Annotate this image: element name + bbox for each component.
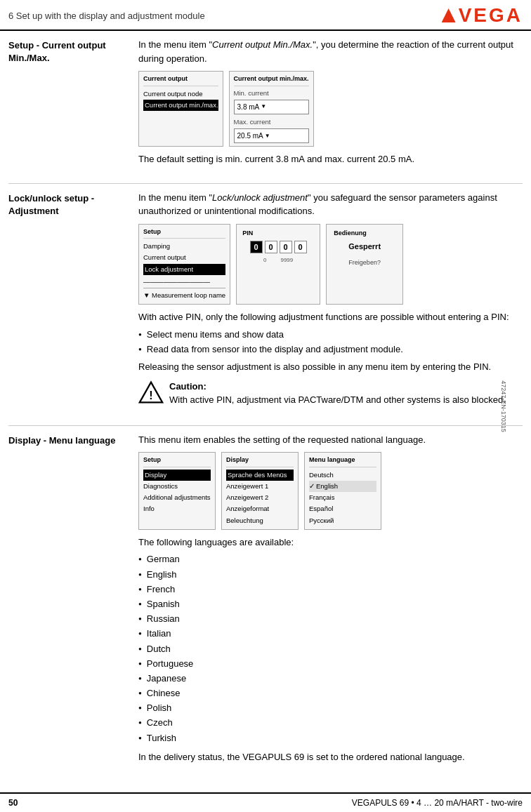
- current-diagrams: Current output Current output node Curre…: [138, 71, 523, 147]
- lang-d2-az1: Anzeigewert 1: [226, 481, 294, 492]
- lang-czech: Czech: [138, 717, 523, 729]
- current-default: The default setting is min. current 3.8 …: [138, 152, 523, 166]
- lang-d2-sprache: Sprache des Menüs: [226, 470, 294, 481]
- section-content-lang: This menu item enables the setting of th…: [138, 433, 523, 768]
- max-dropdown-arrow: ▼: [265, 132, 270, 140]
- lang-d1-display: Display: [143, 470, 211, 481]
- pin-digit-2: 0: [265, 241, 277, 253]
- section-lock-unlock: Lock/unlock setup - Adjustment In the me…: [8, 191, 523, 413]
- diag1-item2-selected: Current output min./max.: [143, 100, 218, 111]
- section-menu-language: Display - Menu language This menu item e…: [8, 433, 523, 768]
- lang-chinese: Chinese: [138, 687, 523, 700]
- min-label: Min. current: [234, 88, 309, 98]
- lang-diag1-title: Setup: [143, 455, 211, 467]
- lang-d3-deutsch: Deutsch: [309, 470, 376, 481]
- max-value: 20.5 mA: [237, 131, 263, 141]
- lock-d1-divider: ——————————: [143, 277, 225, 288]
- lang-diag1: Setup Display Diagnostics Additional adj…: [138, 452, 216, 530]
- vega-logo-text: VEGA: [459, 4, 523, 27]
- lock-d1-item3: Lock adjustment: [143, 264, 225, 275]
- lang-italian: Italian: [138, 627, 523, 640]
- pin-display: 0 0 0 0: [242, 241, 314, 253]
- pin-digit-4: 0: [294, 241, 307, 253]
- caution-title: Caution:: [169, 381, 206, 392]
- page-wrapper: 6 Set up with the display and adjustment…: [0, 0, 531, 812]
- section-label-current: Setup - Current output Min./Max.: [8, 38, 138, 65]
- lock-d1-item2: Current output: [143, 252, 225, 263]
- section-content-current: In the menu item "Current output Min./Ma…: [138, 38, 523, 171]
- caution-icon: !: [138, 380, 164, 405]
- lang-dutch: Dutch: [138, 643, 523, 655]
- footer-product: VEGAPULS 69 • 4 … 20 mA/HART - two-wire: [352, 798, 523, 808]
- lang-japanese: Japanese: [138, 672, 523, 685]
- lang-german: German: [138, 553, 523, 566]
- section-content-lock: In the menu item "Lock/unlock adjustment…: [138, 191, 523, 413]
- section-current-output: Setup - Current output Min./Max. In the …: [8, 38, 523, 171]
- lang-turkish: Turkish: [138, 732, 523, 745]
- lang-diag3-title: Menu language: [309, 455, 376, 467]
- current-diag1-title: Current output: [143, 74, 218, 86]
- caution-body: With active PIN, adjustment via PACTware…: [169, 394, 506, 405]
- lock-diag2: PIN 0 0 0 0 0 9999: [236, 224, 320, 305]
- lang-delivery-note: In the delivery status, the VEGAPULS 69 …: [138, 750, 523, 764]
- lang-d3-english: English: [309, 481, 376, 492]
- lang-spanish: Spanish: [138, 598, 523, 611]
- caution-text: Caution: With active PIN, adjustment via…: [169, 380, 506, 407]
- vega-logo: VEGA: [442, 4, 523, 27]
- current-diag2-title: Current output min./max.: [234, 74, 309, 86]
- page-footer: 50 VEGAPULS 69 • 4 … 20 mA/HART - two-wi…: [0, 792, 531, 812]
- lang-d3-francais: Français: [309, 492, 376, 503]
- lang-d3-russian: Русский: [309, 515, 376, 526]
- lock-note1: With active PIN, only the following adju…: [138, 310, 523, 324]
- max-label: Max. current: [234, 117, 309, 127]
- lang-intro: This menu item enables the setting of th…: [138, 433, 523, 447]
- lang-d1-add: Additional adjustments: [143, 492, 211, 503]
- gesperrt-status: Gesperrt: [334, 241, 395, 253]
- current-intro: In the menu item "Current output Min./Ma…: [138, 38, 523, 65]
- current-diag1: Current output Current output node Curre…: [138, 71, 223, 147]
- pin-digit-1: 0: [250, 241, 263, 253]
- lang-english: English: [138, 568, 523, 581]
- content: Setup - Current output Min./Max. In the …: [0, 38, 531, 768]
- language-list: German English French Spanish Russian It…: [138, 553, 523, 744]
- lock-bullets: Select menu items and show data Read dat…: [138, 328, 523, 356]
- pin-digit-3: 0: [280, 241, 292, 253]
- lock-intro: In the menu item "Lock/unlock adjustment…: [138, 191, 523, 218]
- lang-diag2: Display Sprache des Menüs Anzeigewert 1 …: [221, 452, 299, 530]
- gesperrt-sub: Freigeben?: [334, 258, 395, 268]
- diag1-item1: Current output node: [143, 88, 218, 100]
- lock-diagrams: Setup Damping Current output Lock adjust…: [138, 224, 523, 305]
- lock-note2: Releasing the sensor adjustment is also …: [138, 360, 523, 374]
- lang-polish: Polish: [138, 702, 523, 714]
- header-title: 6 Set up with the display and adjustment…: [8, 11, 205, 21]
- lock-d1-item1: Damping: [143, 241, 225, 252]
- vega-logo-icon: [442, 8, 456, 22]
- lang-d1-diag: Diagnostics: [143, 481, 211, 492]
- max-dropdown[interactable]: 20.5 mA ▼: [234, 128, 309, 143]
- current-diag2: Current output min./max. Min. current 3.…: [229, 71, 314, 147]
- lock-bullet-2: Read data from sensor into the display a…: [138, 343, 523, 356]
- lang-d1-info: Info: [143, 503, 211, 514]
- lang-d2-bel: Beleuchtung: [226, 515, 294, 526]
- min-dropdown-arrow: ▼: [261, 102, 266, 111]
- lang-russian: Russian: [138, 613, 523, 625]
- svg-text:!: !: [149, 389, 152, 401]
- min-dropdown[interactable]: 3.8 mA ▼: [234, 100, 309, 114]
- section-label-lang: Display - Menu language: [8, 433, 138, 447]
- lang-d3-espanol: Español: [309, 503, 376, 514]
- doc-id: 47247-EN-170315: [500, 380, 507, 432]
- lang-diagrams: Setup Display Diagnostics Additional adj…: [138, 452, 523, 530]
- lang-d2-azf: Anzeigeformat: [226, 503, 294, 514]
- min-value: 3.8 mA: [237, 102, 260, 112]
- lock-d1-item4: ▼ Measurement loop name: [143, 290, 225, 301]
- page-header: 6 Set up with the display and adjustment…: [0, 0, 531, 31]
- lang-diag2-title: Display: [226, 455, 294, 467]
- section-label-lock: Lock/unlock setup - Adjustment: [8, 191, 138, 218]
- gesperrt-title: Bedienung: [334, 229, 395, 239]
- lang-portuguese: Portuguese: [138, 658, 523, 670]
- lang-diag3: Menu language Deutsch English Français E…: [304, 452, 381, 530]
- lock-bullet-1: Select menu items and show data: [138, 328, 523, 341]
- lock-diag1-title: Setup: [143, 227, 225, 239]
- pin-range: 0 9999: [242, 256, 314, 265]
- pin-title: PIN: [242, 229, 314, 239]
